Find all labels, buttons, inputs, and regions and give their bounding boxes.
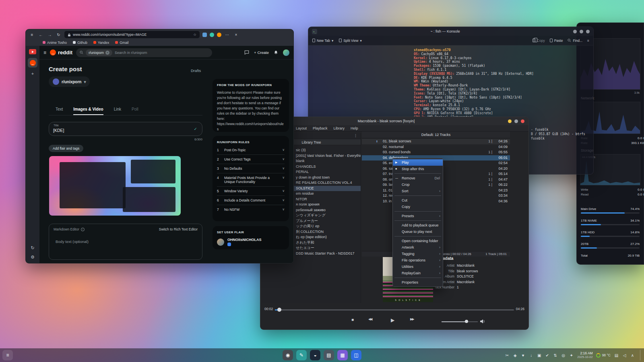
context-menu-item[interactable]: Properties	[393, 279, 443, 286]
context-menu-item[interactable]: Cut	[393, 197, 443, 204]
playlist-track[interactable]: 03. cursed bonds 1 | 05:55	[362, 150, 510, 155]
konsole-titlebar[interactable]: >_ ~ : fish — Konsole	[308, 27, 593, 36]
context-menu-item[interactable]	[393, 194, 443, 197]
url-bar[interactable]: www.reddit.com/r/unixporn/submit/?type=I…	[64, 31, 200, 38]
flair-user-row[interactable]: OHNOitsNICHOLAS	[217, 238, 285, 246]
rule-item[interactable]: 4 Material Posts Must Provide a Unique F…	[217, 173, 285, 187]
back-icon[interactable]: ←	[38, 33, 44, 37]
close-button[interactable]	[521, 119, 524, 123]
heart-icon[interactable]: ♥	[520, 353, 526, 358]
tab-reddit-active[interactable]	[28, 58, 37, 68]
account-icon[interactable]	[217, 33, 221, 37]
fooyin-titlebar[interactable]: Macroblank - bleak sorrows [fooyin]	[260, 117, 528, 125]
split-view-button[interactable]: Split View ▾	[339, 39, 361, 43]
post-type-tab[interactable]: Link	[114, 107, 121, 115]
bookmark-item[interactable]: Github	[73, 41, 87, 45]
speaker-icon[interactable]	[480, 319, 485, 323]
context-menu-item[interactable]: Tagging ›	[393, 251, 443, 257]
seek-track[interactable]	[275, 309, 514, 311]
maximize-button[interactable]	[514, 119, 518, 123]
close-button[interactable]	[586, 30, 590, 33]
history-icon[interactable]: ↻	[31, 245, 34, 251]
post-type-tab[interactable]: Text	[56, 107, 63, 115]
rule-item[interactable]: 1 Post On-Topic ∨	[217, 146, 285, 155]
menubar-item[interactable]: Layout	[296, 126, 307, 130]
forward-icon[interactable]: →	[47, 33, 53, 37]
minimize-button[interactable]	[573, 30, 577, 33]
context-menu-item[interactable]: ReplayGain ›	[393, 270, 443, 276]
copy-button[interactable]: Copy	[533, 39, 545, 43]
seek-handle[interactable]	[277, 308, 281, 312]
settings-gear-icon[interactable]: ⚙	[31, 255, 35, 260]
expand-tray-icon[interactable]: ∧	[630, 353, 635, 358]
context-menu-item[interactable]: ■ Stop after this	[393, 166, 443, 172]
menubar-item[interactable]: Playback	[313, 126, 328, 130]
context-menu-item[interactable]: Sort ›	[393, 188, 443, 194]
maximize-button[interactable]	[580, 30, 583, 33]
switch-editor-link[interactable]: Switch to Rich Text Editor	[159, 227, 198, 231]
steam-icon[interactable]: ◒	[310, 350, 320, 360]
next-track-button[interactable]: ▶▶	[410, 317, 413, 321]
search-input[interactable]: r/unixporn × Search in r/unixporn	[76, 48, 212, 57]
title-input[interactable]: Title [KDE] ✓	[49, 122, 202, 136]
shield-icon[interactable]: ◈	[512, 353, 518, 358]
download-icon[interactable]: ↓	[528, 353, 534, 358]
stop-button[interactable]: ■	[351, 317, 354, 322]
app-launcher-button[interactable]: ≡	[2, 350, 13, 360]
context-menu-item[interactable]	[393, 172, 443, 175]
package-manager-icon[interactable]: ▦	[337, 350, 348, 360]
bookmark-item[interactable]: Anime Tosho	[43, 41, 67, 45]
vpn-icon[interactable]: ◎	[561, 353, 566, 358]
context-menu-item[interactable]	[393, 219, 443, 222]
context-menu-item[interactable]	[393, 276, 443, 279]
volume-icon[interactable]: ◁	[622, 353, 627, 358]
minimize-button[interactable]	[508, 119, 512, 123]
playlist-track[interactable]: ‖ 01. bleak sorrows 1 | 04:26	[362, 139, 510, 144]
rule-item[interactable]: 3 No Defaults ∨	[217, 164, 285, 173]
context-menu-item[interactable]: Open containing folder	[393, 238, 443, 244]
user-avatar[interactable]	[283, 49, 289, 56]
show-desktop-strip[interactable]	[640, 350, 642, 360]
close-window-icon[interactable]: ×	[233, 33, 239, 37]
tab-youtube-icon[interactable]	[29, 49, 36, 54]
bookmark-star-icon[interactable]: ☆	[193, 33, 196, 37]
gamepad-icon[interactable]: ▣	[537, 353, 542, 358]
context-menu-item[interactable]	[393, 235, 443, 238]
post-type-tab[interactable]: Poll	[132, 107, 138, 115]
add-flair-button[interactable]: Add flair and tags	[49, 145, 83, 152]
context-menu-item[interactable]: Add to playback queue	[393, 222, 443, 228]
body-editor[interactable]: Markdown Editor i Switch to Rich Text Ed…	[49, 224, 202, 260]
paste-button[interactable]: Paste	[550, 39, 563, 43]
volume-slider[interactable]	[442, 321, 478, 322]
chat-icon[interactable]	[244, 50, 249, 55]
find-button[interactable]: Find...	[568, 39, 582, 43]
context-menu-item[interactable]: Queue to play next	[393, 228, 443, 235]
new-tab-button[interactable]: New Tab ▾	[312, 39, 333, 43]
context-menu-item[interactable]: Presets ›	[393, 213, 443, 219]
context-menu-item[interactable]: Copy	[393, 204, 443, 210]
rule-item[interactable]: 6 Include a Details Comment ∨	[217, 196, 285, 205]
kebab-menu-icon[interactable]: ⋮	[354, 134, 357, 138]
context-menu-item[interactable]: — Remove Del	[393, 175, 443, 181]
context-menu-item[interactable]: Crop	[393, 181, 443, 188]
reddit-logo[interactable]: reddit	[50, 49, 72, 56]
reload-icon[interactable]: ↻	[56, 33, 62, 37]
reddit-menu-icon[interactable]: ≡	[43, 50, 46, 56]
rule-item[interactable]: 7 No NSFW ∨	[217, 205, 285, 214]
drafts-link[interactable]: Drafts	[191, 68, 201, 73]
firefox-window[interactable]: ≡ ← → ↻ www.reddit.com/r/unixporn/submit…	[25, 29, 294, 263]
context-menu-item[interactable]: File operations ›	[393, 257, 443, 263]
chip-remove-icon[interactable]: ×	[105, 51, 109, 55]
create-post-button[interactable]: + Create	[254, 50, 269, 55]
new-tab-plus-icon[interactable]: +	[31, 71, 34, 76]
community-selector[interactable]: r/unixporn ▾	[49, 76, 90, 87]
previous-track-button[interactable]: ◀◀	[368, 317, 372, 321]
menubar-item[interactable]: Help	[351, 126, 358, 130]
kdeconnect-icon[interactable]: ✦	[569, 353, 574, 358]
clock-widget[interactable]: 2:16 AM 2025-10-02	[577, 352, 592, 359]
notifications-bell-icon[interactable]	[274, 50, 278, 55]
bookmark-item[interactable]: Gmail	[115, 41, 128, 45]
updates-icon[interactable]: ✔	[545, 353, 550, 358]
sidebar-toggle-icon[interactable]: ≡	[29, 33, 35, 37]
uploaded-image-preview[interactable]	[49, 156, 181, 216]
